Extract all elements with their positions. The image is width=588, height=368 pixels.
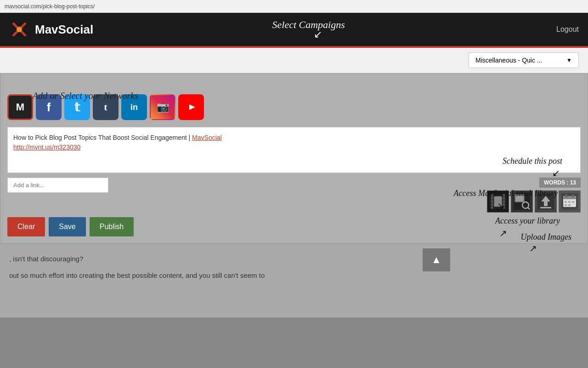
svg-rect-33 <box>565 204 567 206</box>
compose-text-area[interactable]: How to Pick Blog Post Topics That Boost … <box>7 127 581 173</box>
svg-rect-8 <box>503 194 505 197</box>
browser-bar: mavsocial.com/pick-blog-post-topics/ <box>0 0 588 13</box>
link-input-area <box>7 178 108 193</box>
network-icon-mavsocial[interactable]: M <box>7 94 33 120</box>
svg-rect-15 <box>491 203 493 206</box>
youtube-play-icon <box>184 102 198 112</box>
save-button[interactable]: Save <box>49 217 85 236</box>
svg-rect-10 <box>503 206 505 209</box>
compose-panel: Add or Select your Networks ↙ M f 𝕥 t in… <box>0 73 588 244</box>
svg-rect-16 <box>503 203 505 206</box>
svg-rect-9 <box>491 206 493 209</box>
svg-rect-11 <box>491 197 493 200</box>
tools-right: WORDS : 13 <box>487 178 581 213</box>
add-networks-label: Add or Select your Networks <box>33 91 138 101</box>
svg-rect-14 <box>503 200 505 203</box>
scroll-up-button[interactable]: ▲ <box>423 248 450 271</box>
stock-library-button[interactable] <box>511 190 533 213</box>
svg-point-3 <box>17 27 22 32</box>
compose-text-content: How to Pick Blog Post Topics That Boost … <box>13 133 575 152</box>
search-library-icon <box>514 193 530 210</box>
svg-rect-29 <box>572 194 574 198</box>
schedule-calendar-icon <box>561 193 578 210</box>
compose-short-link[interactable]: http://mvnt.us/m323030 <box>13 144 80 151</box>
nav-right: Logout <box>556 25 579 34</box>
campaigns-dropdown-arrow: ▼ <box>566 57 572 63</box>
upload-images-button[interactable] <box>535 190 557 213</box>
logo-text: MavSocial <box>35 23 93 37</box>
upload-icon <box>537 193 554 210</box>
action-buttons-row: Clear Save Publish <box>7 217 581 236</box>
tool-icons-row <box>487 190 581 213</box>
svg-rect-30 <box>565 201 567 203</box>
svg-rect-13 <box>491 200 493 203</box>
film-strip-icon <box>490 193 506 210</box>
compose-mavsocial-link[interactable]: MavSocial <box>192 134 222 141</box>
words-counter: WORDS : 13 <box>539 178 581 188</box>
networks-section: Add or Select your Networks ↙ M f 𝕥 t in… <box>7 94 581 120</box>
blog-text-2: out so much effort into creating the bes… <box>9 270 579 282</box>
scroll-up-icon: ▲ <box>431 254 441 266</box>
logo-area: MavSocial <box>9 19 93 40</box>
campaigns-area: Miscellaneous - Quic ... ▼ <box>0 48 588 73</box>
svg-rect-20 <box>515 195 524 201</box>
svg-rect-12 <box>503 197 505 200</box>
link-input[interactable] <box>7 178 108 193</box>
blog-text-1: , isn't that discouraging? <box>9 253 579 265</box>
browser-url: mavsocial.com/pick-blog-post-topics/ <box>5 3 95 10</box>
compose-title: How to Pick Blog Post Topics That Boost … <box>13 134 192 141</box>
nav-center: Select Campaigns ↙ <box>272 19 345 40</box>
campaigns-dropdown[interactable]: Miscellaneous - Quic ... ▼ <box>469 52 579 68</box>
compose-footer: WORDS : 13 <box>7 178 581 213</box>
campaigns-selected-value: Miscellaneous - Quic ... <box>475 57 543 64</box>
film-library-button[interactable] <box>487 190 509 213</box>
publish-button[interactable]: Publish <box>90 217 134 236</box>
svg-rect-31 <box>568 201 571 203</box>
svg-rect-27 <box>563 196 576 199</box>
blog-section: ▲ , isn't that discouraging? out so much… <box>0 244 588 317</box>
network-icon-instagram[interactable]: 📷 <box>150 94 175 120</box>
svg-rect-32 <box>572 201 574 203</box>
clear-button[interactable]: Clear <box>7 217 45 236</box>
select-campaigns-label: Select Campaigns <box>272 19 345 30</box>
svg-rect-24 <box>540 207 551 208</box>
mavsocial-logo-icon <box>9 19 29 40</box>
schedule-post-button[interactable] <box>559 190 581 213</box>
logout-button[interactable]: Logout <box>556 25 579 34</box>
svg-rect-28 <box>565 194 567 198</box>
top-navigation: MavSocial Select Campaigns ↙ Logout <box>0 13 588 46</box>
network-icon-youtube[interactable] <box>178 94 204 120</box>
svg-rect-34 <box>568 204 571 206</box>
svg-rect-7 <box>491 194 493 197</box>
words-counter-row: WORDS : 13 <box>539 178 581 188</box>
